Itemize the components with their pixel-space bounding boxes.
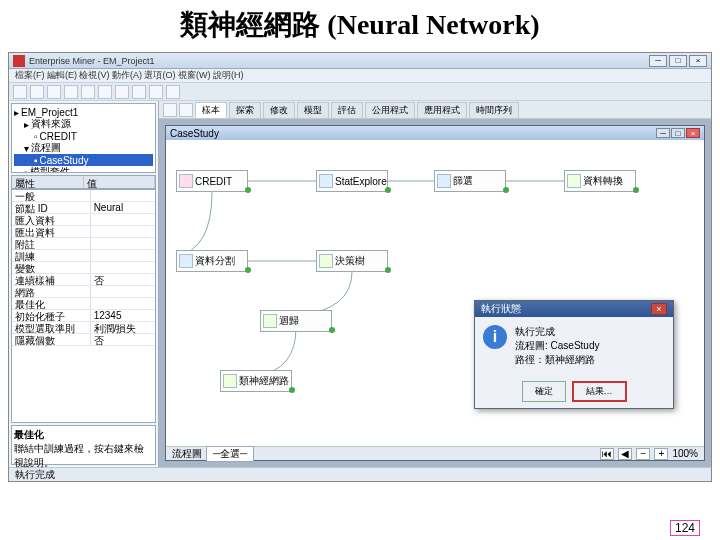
zoom-bar: 流程圖 ─全選─ ⏮ ◀ − + 100% (166, 446, 704, 460)
properties-panel[interactable]: 一般 節點 IDNeural 匯入資料 匯出資料 附註 訓練 變數 連續樣補否 … (11, 189, 156, 423)
info-icon: i (483, 325, 507, 349)
tb-btn[interactable] (166, 85, 180, 99)
flow-node-tree[interactable]: 決策樹 (316, 250, 388, 272)
results-button[interactable]: 結果… (572, 381, 627, 402)
ok-button[interactable]: 確定 (522, 381, 566, 402)
partition-icon (179, 254, 193, 268)
nav-prev-icon[interactable]: ◀ (618, 448, 632, 460)
flow-node-transform[interactable]: 資料轉換 (564, 170, 636, 192)
canvas-container: CaseStudy ─ □ × (159, 119, 711, 467)
tool-tabstrip: 樣本 探索 修改 模型 評估 公用程式 應用程式 時間序列 (159, 101, 711, 119)
tree-icon (319, 254, 333, 268)
flow-node-neural[interactable]: 類神經網路 (220, 370, 292, 392)
tab[interactable]: 樣本 (195, 102, 227, 118)
tree-row[interactable]: ▸ 資料來源 (14, 118, 153, 130)
zoom-in-icon[interactable]: + (654, 448, 668, 460)
app-titlebar: Enterprise Miner - EM_Project1 ─ □ × (9, 53, 711, 69)
flow-node-partition[interactable]: 資料分割 (176, 250, 248, 272)
tb-btn[interactable] (115, 85, 129, 99)
project-tree[interactable]: ▸ EM_Project1 ▸ 資料來源 ▫ CREDIT ▾ 流程圖 ▪ Ca… (11, 103, 156, 173)
tb-btn[interactable] (81, 85, 95, 99)
tab[interactable]: 應用程式 (417, 102, 467, 118)
diagram-title: CaseStudy (170, 128, 219, 139)
tree-row[interactable]: ▫ 模型套件 (14, 166, 153, 173)
tb-btn[interactable] (98, 85, 112, 99)
tab[interactable]: 公用程式 (365, 102, 415, 118)
left-panel: ▸ EM_Project1 ▸ 資料來源 ▫ CREDIT ▾ 流程圖 ▪ Ca… (9, 101, 159, 467)
tb-btn[interactable] (47, 85, 61, 99)
reg-icon (263, 314, 277, 328)
page-number: 124 (670, 520, 700, 536)
tab[interactable]: 修改 (263, 102, 295, 118)
explore-icon (319, 174, 333, 188)
flow-node-regression[interactable]: 迴歸 (260, 310, 332, 332)
tb-btn[interactable] (149, 85, 163, 99)
run-icon[interactable] (163, 103, 177, 117)
diagram-window: CaseStudy ─ □ × (165, 125, 705, 461)
dialog-text: 執行完成 流程圖: CaseStudy 路徑：類神經網路 (515, 325, 599, 367)
nn-icon (223, 374, 237, 388)
minimize-button[interactable]: ─ (649, 55, 667, 67)
status-dot (633, 187, 639, 193)
tb-btn[interactable] (30, 85, 44, 99)
tree-row[interactable]: ▾ 流程圖 (14, 142, 153, 154)
zoom-label: 流程圖 (172, 447, 202, 461)
stop-icon[interactable] (179, 103, 193, 117)
status-dot (245, 187, 251, 193)
inner-max-button[interactable]: □ (671, 128, 685, 138)
status-bar: 執行完成 (9, 467, 711, 481)
tab[interactable]: 探索 (229, 102, 261, 118)
flow-node-statexplore[interactable]: StatExplore (316, 170, 388, 192)
flow-canvas[interactable]: CREDIT StatExplore 篩選 資料轉換 資料分割 決策樹 迴歸 (166, 140, 704, 446)
close-button[interactable]: × (689, 55, 707, 67)
zoom-select[interactable]: ─全選─ (206, 446, 254, 462)
maximize-button[interactable]: □ (669, 55, 687, 67)
diagram-titlebar: CaseStudy ─ □ × (166, 126, 704, 140)
dialog-close-button[interactable]: × (651, 303, 667, 315)
inner-close-button[interactable]: × (686, 128, 700, 138)
zoom-out-icon[interactable]: − (636, 448, 650, 460)
dialog-titlebar: 執行狀態 × (475, 301, 673, 317)
status-dot (245, 267, 251, 273)
right-panel: 樣本 探索 修改 模型 評估 公用程式 應用程式 時間序列 CaseStudy … (159, 101, 711, 467)
status-dot (289, 387, 295, 393)
nav-first-icon[interactable]: ⏮ (600, 448, 614, 460)
transform-icon (567, 174, 581, 188)
ds-icon (179, 174, 193, 188)
flow-node-filter[interactable]: 篩選 (434, 170, 506, 192)
app-window: Enterprise Miner - EM_Project1 ─ □ × 檔案(… (8, 52, 712, 482)
tab[interactable]: 評估 (331, 102, 363, 118)
props-header: 屬性值 (11, 175, 156, 189)
status-text: 執行完成 (15, 468, 55, 482)
toolbar (9, 83, 711, 101)
tab[interactable]: 模型 (297, 102, 329, 118)
tb-btn[interactable] (132, 85, 146, 99)
app-title: Enterprise Miner - EM_Project1 (29, 56, 155, 66)
status-dot (385, 187, 391, 193)
slide-title: 類神經網路 (Neural Network) (0, 0, 720, 52)
filter-icon (437, 174, 451, 188)
status-dot (385, 267, 391, 273)
window-buttons: ─ □ × (649, 55, 707, 67)
tb-btn[interactable] (64, 85, 78, 99)
status-dot (503, 187, 509, 193)
inner-min-button[interactable]: ─ (656, 128, 670, 138)
dialog-title: 執行狀態 (481, 302, 521, 316)
flow-node-credit[interactable]: CREDIT (176, 170, 248, 192)
menubar[interactable]: 檔案(F) 編輯(E) 檢視(V) 動作(A) 選項(O) 視窗(W) 說明(H… (9, 69, 711, 83)
status-dot (329, 327, 335, 333)
notes-panel: 最佳化 聯結中訓練過程，按右鍵來檢視說明。 (11, 425, 156, 465)
zoom-percent: 100% (672, 448, 698, 459)
tb-btn[interactable] (13, 85, 27, 99)
app-icon (13, 55, 25, 67)
tab[interactable]: 時間序列 (469, 102, 519, 118)
run-status-dialog: 執行狀態 × i 執行完成 流程圖: CaseStudy 路徑：類神經網路 (474, 300, 674, 409)
